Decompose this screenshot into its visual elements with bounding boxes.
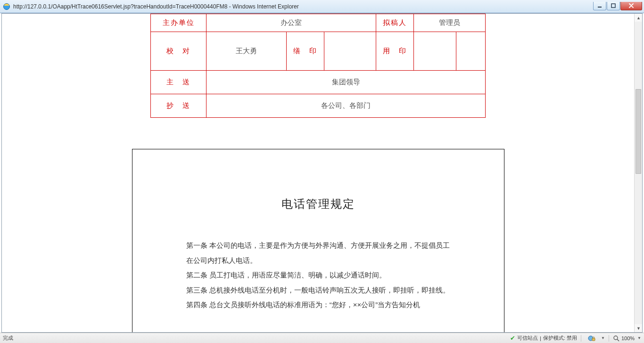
table-row: 抄 送 各公司、各部门 [151, 94, 486, 118]
table-row: 校 对 王大勇 缮 印 用 印 [151, 32, 486, 71]
paragraph: 第一条 本公司的电话，主要是作为方便与外界沟通、方便开展业务之用，不提倡员工在公… [186, 238, 450, 268]
spacer [123, 118, 514, 131]
paragraph: 第三条 总机接外线电话至分机时，一般电话铃声响五次无人接听，即挂听，即挂线。 [186, 283, 450, 298]
zoom-control[interactable]: 100% ▼ [613, 335, 641, 342]
document-body: 第一条 本公司的电话，主要是作为方便与外界沟通、方便开展业务之用，不提倡员工在公… [186, 238, 450, 312]
zoom-icon [613, 335, 619, 342]
browser-window: http://127.0.0.1/OAapp/HtTrace0616Servle… [0, 0, 644, 343]
paragraph: 第四条 总台文员接听外线电话的标准用语为：“您好，××公司”当方告知分机 [186, 297, 450, 312]
svg-rect-5 [592, 338, 595, 341]
value-print [414, 32, 456, 71]
minimize-button[interactable] [593, 2, 606, 10]
scroll-down-button[interactable]: ▼ [635, 324, 642, 332]
maximize-icon [611, 3, 616, 8]
label-cc: 抄 送 [151, 94, 206, 118]
status-protected-mode: 保护模式: 禁用 [543, 335, 577, 342]
page-scroll: 主办单位 办公室 拟稿人 管理员 校 对 王大勇 缮 印 用 印 [2, 14, 642, 332]
ie-icon [3, 3, 10, 10]
label-seal: 缮 印 [287, 32, 324, 71]
value-host-unit: 办公室 [206, 14, 376, 32]
status-trusted: 可信站点 [517, 335, 538, 342]
checkmark-icon: ✔ [510, 335, 515, 342]
titlebar: http://127.0.0.1/OAapp/HtTrace0616Servle… [0, 0, 644, 13]
document-title: 电话管理规定 [140, 196, 496, 212]
form-table: 主办单位 办公室 拟稿人 管理员 校 对 王大勇 缮 印 用 印 [150, 14, 486, 118]
paragraph: 第二条 员工打电话，用语应尽量简洁、明确，以减少通话时间。 [186, 268, 450, 283]
document-panel: 电话管理规定 第一条 本公司的电话，主要是作为方便与外界沟通、方便开展业务之用，… [123, 139, 514, 332]
dropdown-caret-icon[interactable]: ▼ [637, 336, 641, 340]
label-main-send: 主 送 [151, 71, 206, 94]
scroll-down-icon: ▼ [636, 326, 641, 331]
window-title: http://127.0.0.1/OAapp/HtTrace0616Servle… [13, 3, 593, 10]
label-host-unit: 主办单位 [151, 14, 206, 32]
close-icon [628, 3, 634, 8]
label-proofread: 校 对 [151, 32, 206, 71]
status-separator [581, 335, 581, 342]
close-button[interactable] [620, 2, 642, 10]
scroll-up-icon: ▲ [636, 16, 641, 20]
value-seal [324, 32, 376, 71]
label-print: 用 印 [376, 32, 414, 71]
scrollbar-thumb[interactable] [636, 89, 641, 174]
table-row: 主 送 集团领导 [151, 71, 486, 94]
dropdown-caret-icon[interactable]: ▼ [601, 336, 605, 340]
scroll-up-button[interactable]: ▲ [635, 14, 642, 22]
world-lock-icon[interactable] [588, 335, 595, 342]
status-separator [609, 335, 609, 342]
maximize-button[interactable] [607, 2, 620, 10]
viewport: 主办单位 办公室 拟稿人 管理员 校 对 王大勇 缮 印 用 印 [1, 13, 643, 333]
status-done: 完成 [3, 335, 510, 342]
zoom-level: 100% [621, 335, 635, 341]
status-separator-text: | [540, 335, 541, 341]
statusbar: 完成 ✔ 可信站点 | 保护模式: 禁用 ▼ 100% ▼ [0, 333, 644, 343]
label-drafter: 拟稿人 [376, 14, 414, 32]
document-page: 电话管理规定 第一条 本公司的电话，主要是作为方便与外界沟通、方便开展业务之用，… [132, 149, 504, 332]
table-row: 主办单位 办公室 拟稿人 管理员 [151, 14, 486, 32]
value-main-send: 集团领导 [206, 71, 486, 94]
form-panel: 主办单位 办公室 拟稿人 管理员 校 对 王大勇 缮 印 用 印 [123, 14, 514, 131]
svg-line-7 [617, 339, 619, 341]
value-drafter: 管理员 [414, 14, 486, 32]
svg-rect-3 [611, 4, 615, 8]
page-content: 主办单位 办公室 拟稿人 管理员 校 对 王大勇 缮 印 用 印 [2, 14, 634, 332]
svg-rect-2 [598, 7, 602, 8]
value-proofread: 王大勇 [206, 32, 287, 71]
value-print-extra [456, 32, 486, 71]
minimize-icon [597, 3, 602, 8]
value-cc: 各公司、各部门 [206, 94, 486, 118]
window-buttons [593, 2, 642, 11]
vertical-scrollbar[interactable]: ▲ ▼ [634, 14, 642, 332]
svg-point-6 [614, 336, 618, 340]
